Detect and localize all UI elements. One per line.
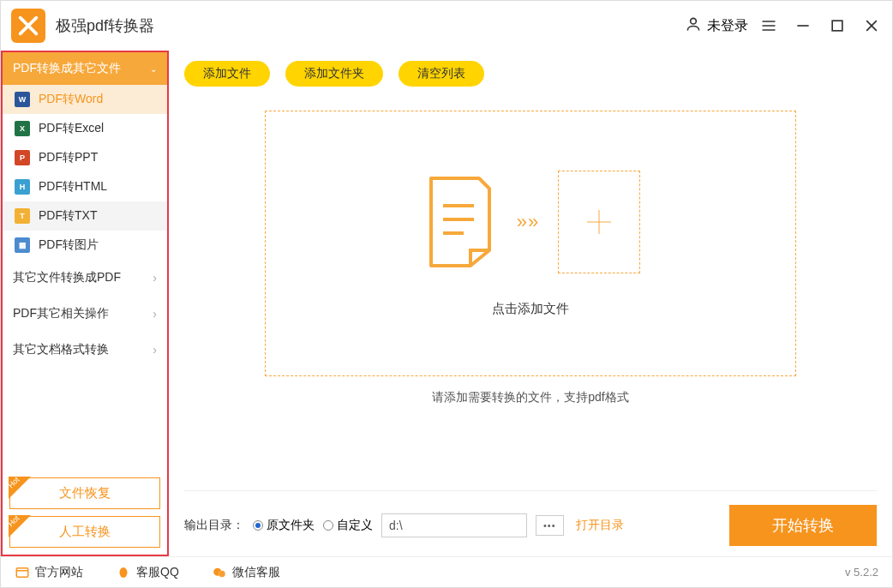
category-other-formats[interactable]: 其它文档格式转换 › <box>3 332 167 368</box>
word-icon: W <box>15 92 30 107</box>
add-file-button[interactable]: 添加文件 <box>184 61 270 87</box>
clear-list-button[interactable]: 清空列表 <box>399 61 484 87</box>
radio-icon <box>323 520 333 531</box>
sidebar-item-label: PDF转Excel <box>39 121 104 136</box>
add-folder-button[interactable]: 添加文件夹 <box>285 61 383 87</box>
output-label: 输出目录： <box>184 518 244 533</box>
svg-rect-5 <box>16 567 28 577</box>
qq-icon <box>116 565 131 580</box>
svg-point-9 <box>219 570 225 577</box>
app-title: 极强pdf转换器 <box>56 15 154 36</box>
login-button[interactable]: 未登录 <box>685 15 748 36</box>
radio-label: 原文件夹 <box>267 518 315 533</box>
user-icon <box>685 15 702 36</box>
ppt-icon: P <box>15 150 30 165</box>
file-recovery-label: 文件恢复 <box>59 485 111 500</box>
file-recovery-button[interactable]: Hot 文件恢复 <box>9 477 160 509</box>
sidebar-item-pdf-to-image[interactable]: ▦ PDF转图片 <box>3 231 167 260</box>
radio-original-folder[interactable]: 原文件夹 <box>253 518 315 533</box>
version-text: v 5.2.2 <box>845 566 878 579</box>
chevron-right-icon: › <box>153 271 157 285</box>
output-row: 输出目录： 原文件夹 自定义 ••• 打开目录 开始转换 <box>184 490 877 546</box>
footer: 官方网站 客服QQ 微信客服 v 5.2.2 <box>1 556 892 587</box>
hint-text: 请添加需要转换的文件，支持pdf格式 <box>184 390 877 405</box>
category-label: 其它文件转换成PDF <box>13 270 121 285</box>
close-button[interactable] <box>861 15 882 36</box>
wechat-icon <box>212 565 227 580</box>
footer-label: 官方网站 <box>35 565 83 580</box>
official-website-link[interactable]: 官方网站 <box>15 565 83 580</box>
login-status: 未登录 <box>707 17 748 35</box>
qq-support-link[interactable]: 客服QQ <box>116 565 179 580</box>
footer-label: 客服QQ <box>136 565 179 580</box>
wechat-support-link[interactable]: 微信客服 <box>212 565 280 580</box>
radio-custom-folder[interactable]: 自定义 <box>323 518 373 533</box>
open-directory-link[interactable]: 打开目录 <box>576 518 624 533</box>
sidebar-item-label: PDF转TXT <box>39 208 97 224</box>
txt-icon: T <box>15 208 30 224</box>
manual-convert-label: 人工转换 <box>59 524 111 538</box>
hot-badge-icon: Hot <box>9 477 31 499</box>
minimize-button[interactable] <box>793 15 813 36</box>
main-panel: 添加文件 添加文件夹 清空列表 »» <box>169 51 892 556</box>
radio-icon <box>253 520 263 531</box>
arrows-icon: »» <box>517 211 539 233</box>
sidebar-item-label: PDF转Word <box>39 92 103 107</box>
chevron-right-icon: › <box>153 343 157 357</box>
sidebar-item-label: PDF转PPT <box>39 150 98 165</box>
app-logo <box>11 9 45 43</box>
drop-area[interactable]: »» 点击添加文件 <box>265 111 796 376</box>
sidebar-item-pdf-to-ppt[interactable]: P PDF转PPT <box>3 143 167 172</box>
chevron-down-icon: ⌄ <box>150 64 157 74</box>
html-icon: H <box>15 179 30 195</box>
sidebar-item-label: PDF转HTML <box>39 179 107 195</box>
drop-cta-text: 点击添加文件 <box>492 301 569 317</box>
image-icon: ▦ <box>15 237 30 253</box>
category-label: PDF其它相关操作 <box>13 306 109 321</box>
excel-icon: X <box>15 121 30 136</box>
window-controls <box>758 15 882 36</box>
svg-rect-1 <box>832 21 842 31</box>
document-icon <box>421 173 498 271</box>
add-placeholder <box>558 171 640 273</box>
globe-icon <box>15 565 30 580</box>
sidebar: PDF转换成其它文件 ⌄ W PDF转Word X PDF转Excel P PD… <box>1 51 169 556</box>
menu-button[interactable] <box>758 15 779 36</box>
manual-convert-button[interactable]: Hot 人工转换 <box>9 516 160 548</box>
sidebar-item-label: PDF转图片 <box>39 237 99 253</box>
category-label: PDF转换成其它文件 <box>13 61 121 76</box>
toolbar: 添加文件 添加文件夹 清空列表 <box>184 61 877 87</box>
footer-label: 微信客服 <box>232 565 280 580</box>
chevron-right-icon: › <box>153 307 157 321</box>
sidebar-item-pdf-to-excel[interactable]: X PDF转Excel <box>3 114 167 143</box>
browse-button[interactable]: ••• <box>536 515 564 536</box>
category-pdf-to-other[interactable]: PDF转换成其它文件 ⌄ <box>3 52 167 85</box>
category-other-to-pdf[interactable]: 其它文件转换成PDF › <box>3 260 167 296</box>
sidebar-item-pdf-to-word[interactable]: W PDF转Word <box>3 85 167 114</box>
category-pdf-operations[interactable]: PDF其它相关操作 › <box>3 296 167 332</box>
hot-badge-icon: Hot <box>9 515 31 537</box>
titlebar: 极强pdf转换器 未登录 <box>1 1 892 51</box>
maximize-button[interactable] <box>827 15 848 36</box>
svg-point-0 <box>691 18 697 24</box>
sidebar-item-pdf-to-html[interactable]: H PDF转HTML <box>3 172 167 201</box>
radio-label: 自定义 <box>337 518 373 533</box>
category-label: 其它文档格式转换 <box>13 342 109 357</box>
output-path-input[interactable] <box>381 513 527 537</box>
start-convert-button[interactable]: 开始转换 <box>729 505 877 546</box>
svg-point-6 <box>120 567 128 578</box>
sidebar-item-pdf-to-txt[interactable]: T PDF转TXT <box>3 201 167 231</box>
